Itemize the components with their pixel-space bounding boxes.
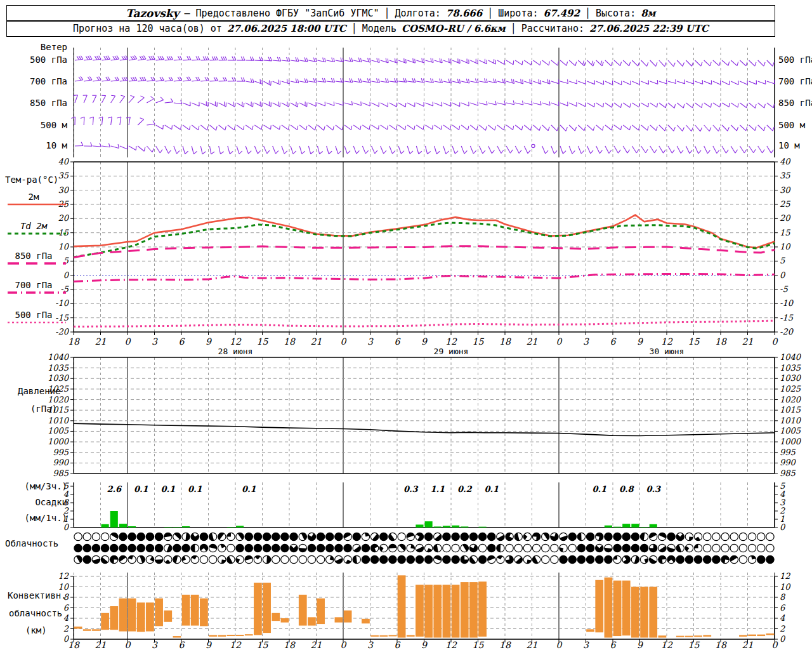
pressure-ytick-left: 1035 <box>48 363 69 373</box>
conv-ytick-right: 12 <box>780 571 790 581</box>
time-tick-label: 12 <box>661 336 673 347</box>
time-tick-label: 18 <box>715 336 727 347</box>
time-tick-label: 18 <box>499 336 511 347</box>
temp-ytick-right: 10 <box>780 242 791 251</box>
time-tick-label-bottom: 15 <box>688 640 700 650</box>
date-label: 29 июня <box>434 347 469 356</box>
pressure-ytick-right: 1040 <box>780 352 802 362</box>
time-tick-label: 21 <box>95 336 107 347</box>
precip-3h-value: 0.1 <box>188 484 202 494</box>
time-tick-label: 21 <box>527 336 538 347</box>
time-tick-label-bottom: 21 <box>311 640 322 650</box>
temp-ytick-left: 15 <box>58 228 69 237</box>
time-tick-label: 6 <box>610 336 617 347</box>
temp-ytick-right: 15 <box>780 228 790 237</box>
time-tick-label: 9 <box>206 336 212 347</box>
temp-ytick-right: 30 <box>780 185 791 195</box>
time-tick-label-bottom: 0 <box>556 640 563 650</box>
meteogram-page: Tazovsky — Предоставлено ФГБУ "ЗапСиб УГ… <box>0 0 812 650</box>
time-tick-label: 15 <box>688 336 700 347</box>
time-tick-label: 6 <box>179 336 185 347</box>
precip-3h-value: 2.6 <box>107 484 122 494</box>
time-tick-label-bottom: 21 <box>742 640 754 650</box>
time-tick-label-bottom: 21 <box>95 640 107 650</box>
temp-ytick-left: 35 <box>58 171 69 180</box>
time-tick-label-bottom: 3 <box>367 640 374 650</box>
time-tick-label: 9 <box>421 336 428 347</box>
time-tick-label: 0 <box>341 336 347 347</box>
temp-ytick-left: 10 <box>58 242 69 251</box>
conv-ytick-left: 10 <box>58 582 69 592</box>
temp-ytick-right: 0 <box>780 270 786 280</box>
time-tick-label: 15 <box>257 336 269 347</box>
temp-ytick-right: -15 <box>780 313 794 322</box>
temp-ytick-right: -5 <box>780 284 788 294</box>
time-tick-label: 18 <box>68 336 80 347</box>
pressure-ytick-right: 1005 <box>780 426 801 435</box>
precip-bars <box>102 511 657 527</box>
pressure-ytick-left: 1005 <box>48 426 69 435</box>
date-label: 28 июня <box>218 347 253 356</box>
time-tick-label: 3 <box>583 336 589 347</box>
meteogram-canvas: 40403535303025252020151510105500-5-5-10-… <box>0 0 812 650</box>
temp-ytick-right: 20 <box>780 213 791 223</box>
pressure-ytick-left: 990 <box>53 458 70 467</box>
time-tick-label-bottom: 12 <box>445 640 457 650</box>
precip-3h-value: 0.3 <box>403 484 419 494</box>
pressure-ytick-left: 1010 <box>48 416 70 425</box>
conv-ytick-right: 2 <box>780 624 785 633</box>
pressure-ytick-right: 1015 <box>780 405 801 415</box>
precip-3h-labels: 2.60.10.10.10.10.31.10.20.10.10.80.3 <box>107 484 661 494</box>
time-tick-label-bottom: 0 <box>341 640 347 650</box>
conv-ytick-left: 6 <box>63 603 70 613</box>
time-tick-label: 0 <box>556 336 563 347</box>
conv-ytick-right: 10 <box>780 582 791 592</box>
time-tick-label: 3 <box>152 336 158 347</box>
time-tick-label: 0 <box>772 336 778 347</box>
precip-3h-value: 0.2 <box>457 484 473 494</box>
time-tick-label-bottom: 12 <box>230 640 242 650</box>
time-tick-label: 3 <box>367 336 374 347</box>
time-tick-label-bottom: 18 <box>68 640 80 650</box>
precip-3h-value: 0.1 <box>484 484 499 494</box>
pressure-ytick-right: 985 <box>780 468 796 478</box>
precip-3h-value: 1.1 <box>430 484 445 494</box>
pressure-ytick-left: 1015 <box>48 405 69 415</box>
time-tick-label: 12 <box>445 336 457 347</box>
conv-ytick-right: 8 <box>780 592 786 602</box>
time-tick-label: 9 <box>637 336 643 347</box>
time-tick-label: 18 <box>284 336 296 347</box>
time-tick-label-bottom: 15 <box>473 640 485 650</box>
time-tick-label-bottom: 18 <box>499 640 511 650</box>
pressure-ytick-right: 1020 <box>780 395 802 404</box>
temp-ytick-left: -15 <box>55 313 69 322</box>
time-tick-label-bottom: 9 <box>206 640 212 650</box>
time-tick-label-bottom: 3 <box>152 640 158 650</box>
temp-ytick-left: 40 <box>58 157 69 166</box>
time-tick-label: 12 <box>230 336 242 347</box>
pressure-ytick-right: 1035 <box>780 363 801 373</box>
temp-ytick-left: 30 <box>58 185 69 195</box>
time-tick-label: 15 <box>473 336 485 347</box>
pressure-ytick-left: 1025 <box>48 384 69 394</box>
time-tick-label-bottom: 0 <box>772 640 778 650</box>
temp-ytick-right: 25 <box>780 199 790 209</box>
pressure-ytick-right: 1030 <box>780 373 802 383</box>
time-tick-label: 0 <box>125 336 131 347</box>
temp-ytick-right: -20 <box>780 327 794 336</box>
conv-ytick-left: 12 <box>58 571 69 581</box>
wind-barbs-row-1 <box>75 76 775 85</box>
conv-ytick-left: 8 <box>63 592 70 602</box>
temp-ytick-right: 5 <box>780 256 785 265</box>
pressure-ytick-left: 1000 <box>48 437 70 446</box>
axis-labels: 40403535303025252020151510105500-5-5-10-… <box>48 157 802 644</box>
wind-barbs-row-0 <box>75 55 774 66</box>
conv-ytick-right: 4 <box>780 613 785 623</box>
pressure-ytick-left: 1020 <box>48 395 70 404</box>
precip-3h-value: 0.8 <box>619 484 635 494</box>
temp-ytick-left: 20 <box>58 213 69 223</box>
temp-ytick-left: 0 <box>63 270 70 280</box>
pressure-ytick-left: 1040 <box>48 352 70 362</box>
time-tick-label-bottom: 6 <box>179 640 185 650</box>
precip-3h-value: 0.1 <box>242 484 256 494</box>
